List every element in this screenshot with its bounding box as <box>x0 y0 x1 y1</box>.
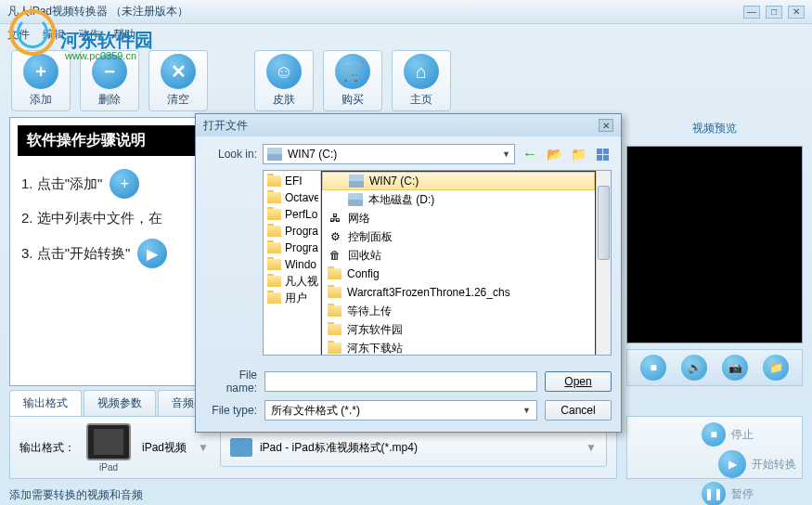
video-preview <box>626 146 803 343</box>
network-icon: 🖧 <box>328 212 342 225</box>
scroll-thumb[interactable] <box>598 186 610 260</box>
folder-icon <box>267 192 281 203</box>
close-button[interactable]: ✕ <box>788 6 805 19</box>
lookin-row: Look in: WIN7 (C:) ▼ ← 📂 📁 <box>205 144 612 164</box>
folder-item[interactable]: PerfLo <box>265 206 318 223</box>
folder-icon <box>328 287 342 298</box>
folder-item[interactable]: Octave <box>265 189 318 206</box>
dropdown-item[interactable]: 河东软件园 <box>322 320 595 339</box>
minus-icon: − <box>92 54 127 89</box>
dropdown-item[interactable]: 🗑回收站 <box>322 246 595 265</box>
tab-video-params[interactable]: 视频参数 <box>84 390 156 416</box>
format-dropdown[interactable]: iPad - iPad标准视频格式(*.mp4) ▼ <box>220 428 607 467</box>
preview-panel: 视频预览 ■ 🔊 📷 📁 <box>626 117 803 386</box>
toolbar: + 添加 − 删除 ✕ 清空 ☺ 皮肤 🛒 购买 ⌂ 主页 <box>0 45 812 117</box>
dropdown-item[interactable]: 本地磁盘 (D:) <box>322 190 595 209</box>
folder-button[interactable]: 📁 <box>763 355 789 381</box>
buy-button[interactable]: 🛒 购买 <box>323 50 382 111</box>
status-bar: 添加需要转换的视频和音频 <box>0 485 812 505</box>
folder-icon <box>267 242 281 253</box>
dialog-title: 打开文件 <box>203 118 599 134</box>
view-mode-button[interactable] <box>593 145 612 163</box>
folder-icon <box>267 276 281 287</box>
titlebar: 凡人iPad视频转换器 （未注册版本） — □ ✕ <box>0 0 812 24</box>
dropdown-item[interactable]: Warcraft3FrozenThrone1.26_chs <box>322 283 595 302</box>
menu-action[interactable]: 动作 <box>78 27 100 43</box>
dropdown-item[interactable]: 河东下载站 <box>322 339 595 355</box>
skin-button[interactable]: ☺ 皮肤 <box>254 50 314 111</box>
chevron-down-icon: ▼ <box>522 406 531 415</box>
file-list-area[interactable]: WIN7 (C:)本地磁盘 (D:)🖧网络⚙控制面板🗑回收站ConfigWarc… <box>321 171 611 355</box>
filename-label: File name: <box>205 369 257 395</box>
folder-item[interactable]: EFI <box>265 173 318 189</box>
device-label: iPad视频 <box>142 440 187 456</box>
home-icon: ⌂ <box>404 54 439 89</box>
dropdown-item[interactable]: ⚙控制面板 <box>322 227 595 246</box>
folder-item[interactable]: 用户 <box>265 290 318 306</box>
new-folder-button[interactable]: 📁 <box>569 145 587 163</box>
scrollbar[interactable] <box>596 171 611 355</box>
window-title: 凡人iPad视频转换器 （未注册版本） <box>7 4 743 19</box>
up-folder-button[interactable]: 📂 <box>545 145 563 163</box>
menu-help[interactable]: 帮助 <box>113 27 135 43</box>
stop-media-button[interactable]: ■ <box>640 355 666 381</box>
folder-tree[interactable]: EFIOctavePerfLoPrograPrograWindo凡人视用户 <box>264 171 321 355</box>
folder-icon <box>267 175 281 187</box>
stop-button[interactable]: ■ <box>702 422 726 447</box>
maximize-button[interactable]: □ <box>766 6 782 19</box>
drive-icon <box>267 148 282 161</box>
filetype-dropdown[interactable]: 所有文件格式 (*.*) ▼ <box>264 400 537 421</box>
menu-edit[interactable]: 编辑 <box>43 27 65 43</box>
folder-item[interactable]: Windo <box>265 256 318 273</box>
chevron-down-icon: ▼ <box>502 149 510 159</box>
menu-file[interactable]: 文件 <box>7 27 30 43</box>
folder-item[interactable]: 凡人视 <box>265 273 318 290</box>
nav-icons: ← 📂 📁 <box>521 145 612 163</box>
tab-output-format[interactable]: 输出格式 <box>9 390 82 416</box>
folder-item[interactable]: Progra <box>265 223 318 240</box>
play-icon: ▶ <box>137 239 167 268</box>
start-convert-button[interactable]: ▶ <box>718 450 746 478</box>
menubar: 文件 编辑 动作 帮助 <box>0 24 812 45</box>
smiley-icon: ☺ <box>266 54 302 89</box>
back-button[interactable]: ← <box>521 145 539 163</box>
open-file-dialog: 打开文件 ✕ Look in: WIN7 (C:) ▼ ← 📂 📁 EFIOct… <box>195 113 622 433</box>
drive-icon <box>349 175 364 188</box>
folder-icon <box>267 292 281 304</box>
ipad-icon <box>86 423 131 460</box>
cancel-button[interactable]: Cancel <box>545 400 612 421</box>
action-panel: ■ 停止 ▶ 开始转换 ❚❚ 暂停 <box>626 416 803 479</box>
volume-button[interactable]: 🔊 <box>681 355 707 381</box>
filetype-label: File type: <box>205 404 257 417</box>
format-label: 输出格式： <box>19 440 75 456</box>
filename-input[interactable] <box>264 371 537 392</box>
lookin-dropdown[interactable]: WIN7 (C:) ▼ <box>263 144 515 164</box>
delete-button[interactable]: − 删除 <box>80 50 139 111</box>
folder-icon <box>267 226 281 237</box>
clear-icon: ✕ <box>161 54 196 89</box>
folder-icon <box>267 259 281 270</box>
open-button[interactable]: Open <box>545 371 612 392</box>
control-panel-icon: ⚙ <box>328 230 342 243</box>
device-name: iPad <box>99 462 118 473</box>
window-controls: — □ ✕ <box>743 6 805 19</box>
recycle-bin-icon: 🗑 <box>328 249 342 262</box>
dropdown-item[interactable]: 等待上传 <box>322 302 595 320</box>
folder-icon <box>328 324 342 335</box>
drive-icon <box>348 193 363 206</box>
clear-button[interactable]: ✕ 清空 <box>148 50 208 111</box>
dropdown-item[interactable]: WIN7 (C:) <box>322 172 595 190</box>
dialog-titlebar: 打开文件 ✕ <box>196 114 621 136</box>
dropdown-item[interactable]: 🖧网络 <box>322 209 595 227</box>
folder-item[interactable]: Progra <box>265 240 318 256</box>
folder-icon <box>328 268 342 279</box>
plus-icon: + <box>110 169 139 199</box>
dialog-close-button[interactable]: ✕ <box>599 119 613 132</box>
minimize-button[interactable]: — <box>743 6 760 19</box>
add-button[interactable]: + 添加 <box>11 50 71 111</box>
dropdown-item[interactable]: Config <box>322 265 595 283</box>
location-dropdown-list: WIN7 (C:)本地磁盘 (D:)🖧网络⚙控制面板🗑回收站ConfigWarc… <box>321 171 596 355</box>
folder-icon <box>267 209 281 220</box>
snapshot-button[interactable]: 📷 <box>722 355 748 381</box>
home-button[interactable]: ⌂ 主页 <box>392 50 451 111</box>
